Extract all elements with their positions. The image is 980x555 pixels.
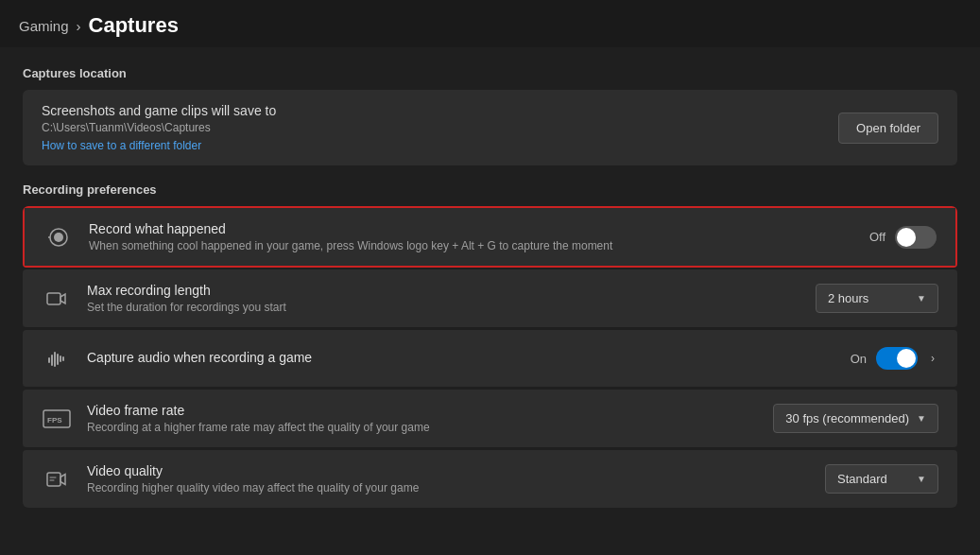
capture-audio-toggle[interactable] bbox=[876, 347, 918, 370]
record-what-happened-highlight: Record what happened When something cool… bbox=[23, 206, 957, 268]
captures-location-card: Screenshots and game clips will save to … bbox=[23, 90, 957, 165]
video-quality-chevron-icon: ▼ bbox=[917, 474, 926, 484]
captures-location-title: Captures location bbox=[23, 66, 957, 80]
video-frame-rate-dropdown[interactable]: 30 fps (recommended) ▼ bbox=[773, 404, 938, 433]
video-quality-left: Video quality Recording higher quality v… bbox=[42, 463, 419, 494]
capture-audio-expand-icon[interactable]: › bbox=[927, 348, 938, 369]
record-icon-svg bbox=[47, 226, 70, 249]
max-recording-chevron-icon: ▼ bbox=[917, 293, 926, 304]
record-what-happened-title: Record what happened bbox=[89, 221, 612, 236]
video-frame-rate-chevron-icon: ▼ bbox=[917, 413, 926, 424]
max-recording-title: Max recording length bbox=[87, 283, 286, 298]
capture-audio-toggle-label: On bbox=[851, 352, 867, 366]
svg-text:FPS: FPS bbox=[47, 416, 62, 425]
video-quality-dropdown[interactable]: Standard ▼ bbox=[825, 464, 938, 494]
video-quality-dropdown-value: Standard bbox=[837, 472, 887, 486]
video-quality-text: Video quality Recording higher quality v… bbox=[87, 463, 419, 494]
svg-rect-3 bbox=[47, 293, 60, 304]
video-frame-rate-dropdown-value: 30 fps (recommended) bbox=[785, 411, 909, 425]
video-frame-rate-title: Video frame rate bbox=[87, 403, 430, 418]
record-what-happened-left: Record what happened When something cool… bbox=[43, 221, 612, 252]
capture-audio-control: On › bbox=[851, 347, 938, 370]
capture-audio-left: Capture audio when recording a game bbox=[42, 343, 312, 373]
breadcrumb-separator: › bbox=[77, 18, 81, 34]
svg-point-1 bbox=[54, 233, 63, 242]
video-quality-row: Video quality Recording higher quality v… bbox=[23, 450, 957, 508]
recording-preferences-section: Record what happened When something cool… bbox=[23, 206, 957, 508]
fps-svg: FPS bbox=[43, 408, 71, 430]
video-quality-subtitle: Recording higher quality video may affec… bbox=[87, 481, 419, 494]
location-change-link[interactable]: How to save to a different folder bbox=[42, 139, 201, 152]
fps-icon: FPS bbox=[42, 404, 72, 434]
video-frame-rate-text: Video frame rate Recording at a higher f… bbox=[87, 403, 430, 434]
record-toggle-thumb bbox=[897, 228, 916, 247]
record-what-happened-text: Record what happened When something cool… bbox=[89, 221, 612, 252]
record-what-happened-control: Off bbox=[869, 226, 937, 249]
main-content: Captures location Screenshots and game c… bbox=[0, 47, 980, 527]
record-icon bbox=[43, 222, 74, 252]
breadcrumb-parent[interactable]: Gaming bbox=[19, 18, 69, 34]
max-recording-control: 2 hours ▼ bbox=[816, 284, 938, 313]
audio-icon bbox=[42, 343, 72, 373]
max-recording-dropdown[interactable]: 2 hours ▼ bbox=[816, 284, 938, 313]
video-frame-rate-control: 30 fps (recommended) ▼ bbox=[773, 404, 938, 433]
video-frame-rate-left: FPS Video frame rate Recording at a high… bbox=[42, 403, 430, 434]
breadcrumb-current: Captures bbox=[89, 13, 179, 38]
capture-audio-text: Capture audio when recording a game bbox=[87, 350, 312, 368]
max-recording-text: Max recording length Set the duration fo… bbox=[87, 283, 286, 314]
capture-audio-toggle-thumb bbox=[897, 349, 916, 368]
video-quality-icon bbox=[42, 464, 72, 494]
svg-rect-12 bbox=[47, 473, 60, 486]
max-recording-length-row: Max recording length Set the duration fo… bbox=[23, 269, 957, 328]
capture-audio-title: Capture audio when recording a game bbox=[87, 350, 312, 365]
video-frame-rate-subtitle: Recording at a higher frame rate may aff… bbox=[87, 421, 430, 434]
video-camera-icon bbox=[42, 284, 72, 314]
page-header: Gaming › Captures bbox=[0, 0, 980, 47]
video-camera-svg bbox=[45, 287, 68, 310]
max-recording-dropdown-value: 2 hours bbox=[828, 291, 868, 305]
video-quality-svg bbox=[45, 468, 68, 491]
record-what-happened-row: Record what happened When something cool… bbox=[25, 208, 955, 266]
max-recording-left: Max recording length Set the duration fo… bbox=[42, 283, 286, 314]
recording-preferences-title: Recording preferences bbox=[23, 182, 957, 197]
location-path: C:\Users\Tuanm\Videos\Captures bbox=[42, 121, 276, 134]
audio-svg bbox=[45, 347, 68, 370]
record-toggle[interactable] bbox=[895, 226, 937, 249]
video-frame-rate-row: FPS Video frame rate Recording at a high… bbox=[23, 390, 957, 448]
capture-audio-toggle-track bbox=[876, 347, 918, 370]
record-toggle-label: Off bbox=[869, 230, 885, 244]
record-what-happened-subtitle: When something cool happened in your gam… bbox=[89, 239, 612, 252]
video-quality-control: Standard ▼ bbox=[825, 464, 938, 494]
location-main-text: Screenshots and game clips will save to bbox=[42, 103, 276, 118]
location-info: Screenshots and game clips will save to … bbox=[42, 103, 276, 152]
open-folder-button[interactable]: Open folder bbox=[838, 113, 938, 144]
record-toggle-track bbox=[895, 226, 937, 249]
max-recording-subtitle: Set the duration for recordings you star… bbox=[87, 301, 286, 314]
video-quality-title: Video quality bbox=[87, 463, 419, 478]
capture-audio-row: Capture audio when recording a game On › bbox=[23, 330, 957, 388]
